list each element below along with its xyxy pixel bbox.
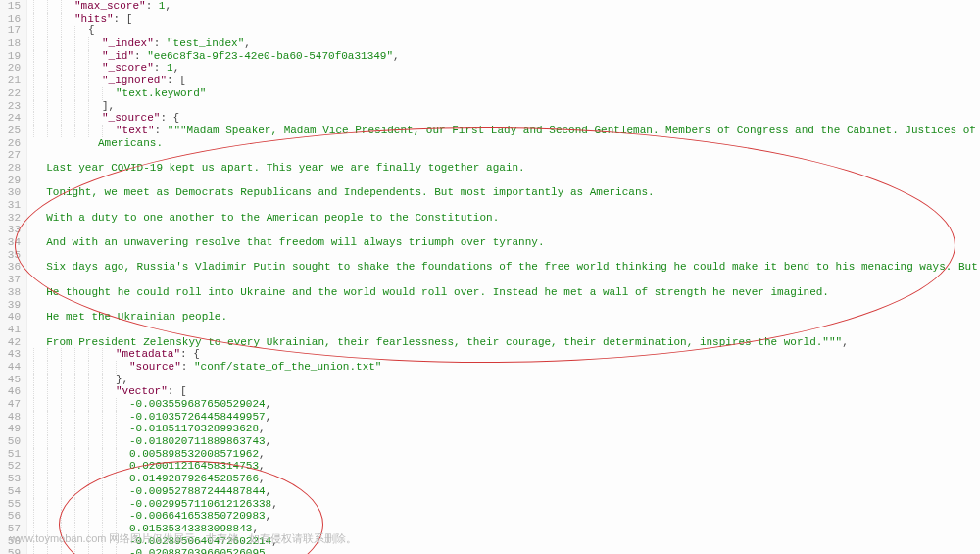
token-key: "_ignored" bbox=[102, 75, 167, 86]
line-number: 45 bbox=[0, 374, 21, 386]
line-number: 17 bbox=[0, 25, 21, 37]
token-num: 0.020011216458314753 bbox=[129, 460, 259, 472]
code-line[interactable]: He met the Ukrainian people. bbox=[33, 311, 980, 324]
code-line[interactable]: Six days ago, Russia's Vladimir Putin so… bbox=[33, 261, 980, 274]
code-line[interactable] bbox=[33, 224, 980, 236]
code-line[interactable]: Last year COVID-19 kept us apart. This y… bbox=[33, 162, 980, 175]
token-punc: : [ bbox=[114, 13, 133, 25]
line-number-gutter: 1516171819202122232425262728293031323334… bbox=[0, 0, 27, 554]
token-punc: , bbox=[266, 485, 272, 497]
token-str: Last year COVID-19 kept us apart. This y… bbox=[46, 162, 524, 174]
code-line[interactable]: Americans. bbox=[33, 137, 980, 150]
code-content[interactable]: "max_score": 1, "hits": [ { "_index": "t… bbox=[27, 0, 980, 554]
code-line[interactable]: 0.014928792645285766, bbox=[33, 473, 980, 485]
code-line[interactable]: -0.0029957110612126338, bbox=[33, 498, 980, 511]
token-punc: : bbox=[155, 125, 168, 136]
code-line[interactable]: -0.006641653850720983, bbox=[33, 510, 980, 523]
line-number: 22 bbox=[0, 87, 21, 100]
token-str: Americans. bbox=[98, 137, 163, 149]
token-punc: , bbox=[266, 411, 272, 423]
code-line[interactable]: "_source": { bbox=[33, 112, 980, 125]
token-punc: : bbox=[154, 62, 167, 74]
line-number: 56 bbox=[0, 510, 21, 523]
line-number: 20 bbox=[0, 62, 21, 75]
code-line[interactable]: Tonight, we meet as Democrats Republican… bbox=[33, 186, 980, 199]
line-number: 28 bbox=[0, 162, 21, 175]
token-punc: : bbox=[181, 361, 194, 373]
code-line[interactable] bbox=[33, 249, 980, 262]
token-key: "_id" bbox=[102, 50, 134, 62]
code-line[interactable]: "text": """Madam Speaker, Madam Vice Pre… bbox=[33, 125, 980, 137]
token-punc: , bbox=[393, 50, 400, 62]
line-number: 50 bbox=[0, 435, 21, 448]
code-line[interactable]: And with an unwavering resolve that free… bbox=[33, 236, 980, 249]
line-number: 43 bbox=[0, 348, 21, 361]
token-num: -0.01851170328993628 bbox=[129, 423, 259, 434]
code-line[interactable]: "_score": 1, bbox=[33, 62, 980, 75]
code-line[interactable] bbox=[33, 199, 980, 212]
code-line[interactable] bbox=[33, 175, 980, 187]
line-number: 39 bbox=[0, 299, 21, 312]
token-punc: { bbox=[88, 25, 95, 36]
code-line[interactable] bbox=[33, 299, 980, 312]
code-line[interactable]: "_id": "ee6c8f3a-9f23-42e0-ba60-5470f0a3… bbox=[33, 50, 980, 63]
line-number: 46 bbox=[0, 385, 21, 398]
line-number: 31 bbox=[0, 199, 21, 212]
token-punc: , bbox=[165, 0, 172, 12]
token-punc: }, bbox=[116, 374, 128, 385]
line-number: 59 bbox=[0, 547, 21, 554]
token-str: Tonight, we meet as Democrats Republican… bbox=[46, 186, 655, 198]
line-number: 48 bbox=[0, 411, 21, 424]
code-editor[interactable]: 1516171819202122232425262728293031323334… bbox=[0, 0, 980, 554]
token-str: From President Zelenskyy to every Ukrain… bbox=[46, 336, 842, 348]
line-number: 30 bbox=[0, 186, 21, 199]
line-number: 49 bbox=[0, 423, 21, 435]
line-number: 37 bbox=[0, 274, 21, 286]
token-punc: , bbox=[266, 547, 272, 554]
footer-watermark: www.toymoban.com 网络图片仅供展示，非存储，如有侵权请联系删除。 bbox=[10, 531, 357, 546]
code-line[interactable]: From President Zelenskyy to every Ukrain… bbox=[33, 336, 980, 349]
token-punc: : { bbox=[160, 112, 179, 124]
token-str: Six days ago, Russia's Vladimir Putin so… bbox=[46, 261, 980, 273]
code-line[interactable]: -0.003559687650529024, bbox=[33, 398, 980, 411]
code-line[interactable]: 0.020011216458314753, bbox=[33, 460, 980, 473]
code-line[interactable]: "source": "conf/state_of_the_union.txt" bbox=[33, 361, 980, 374]
line-number: 27 bbox=[0, 149, 21, 162]
line-number: 36 bbox=[0, 261, 21, 274]
code-line[interactable]: { bbox=[33, 25, 980, 37]
code-line[interactable]: 0.005898532008571962, bbox=[33, 448, 980, 461]
line-number: 51 bbox=[0, 448, 21, 461]
line-number: 23 bbox=[0, 100, 21, 113]
code-line[interactable]: }, bbox=[33, 374, 980, 386]
code-line[interactable] bbox=[33, 274, 980, 286]
code-line[interactable]: ], bbox=[33, 100, 980, 113]
token-punc: , bbox=[266, 510, 272, 522]
code-line[interactable]: "text.keyword" bbox=[33, 87, 980, 100]
token-punc: , bbox=[173, 62, 180, 74]
token-key: "text" bbox=[116, 125, 155, 136]
token-str: "conf/state_of_the_union.txt" bbox=[194, 361, 381, 373]
code-line[interactable]: "_index": "test_index", bbox=[33, 37, 980, 50]
code-line[interactable]: "metadata": { bbox=[33, 348, 980, 361]
code-line[interactable]: -0.01851170328993628, bbox=[33, 423, 980, 435]
code-line[interactable]: With a duty to one another to the Americ… bbox=[33, 212, 980, 225]
code-line[interactable]: -0.020887039660526095, bbox=[33, 547, 980, 554]
code-line[interactable]: -0.009527887244487844, bbox=[33, 485, 980, 498]
code-line[interactable]: "vector": [ bbox=[33, 385, 980, 398]
token-punc: : bbox=[134, 50, 147, 62]
token-punc: : [ bbox=[167, 75, 186, 86]
code-line[interactable] bbox=[33, 324, 980, 336]
code-line[interactable]: "_ignored": [ bbox=[33, 75, 980, 87]
token-num: -0.003559687650529024 bbox=[129, 398, 266, 410]
token-key: "source" bbox=[129, 361, 181, 373]
line-number: 34 bbox=[0, 236, 21, 249]
token-key: "_index" bbox=[102, 37, 154, 49]
code-line[interactable]: "hits": [ bbox=[33, 13, 980, 25]
code-line[interactable] bbox=[33, 149, 980, 162]
token-punc: , bbox=[259, 473, 266, 484]
code-line[interactable]: -0.010357264458449957, bbox=[33, 411, 980, 424]
code-line[interactable]: -0.018020711889863743, bbox=[33, 435, 980, 448]
code-line[interactable]: "max_score": 1, bbox=[33, 0, 980, 13]
token-punc: , bbox=[259, 460, 266, 472]
code-line[interactable]: He thought he could roll into Ukraine an… bbox=[33, 286, 980, 299]
